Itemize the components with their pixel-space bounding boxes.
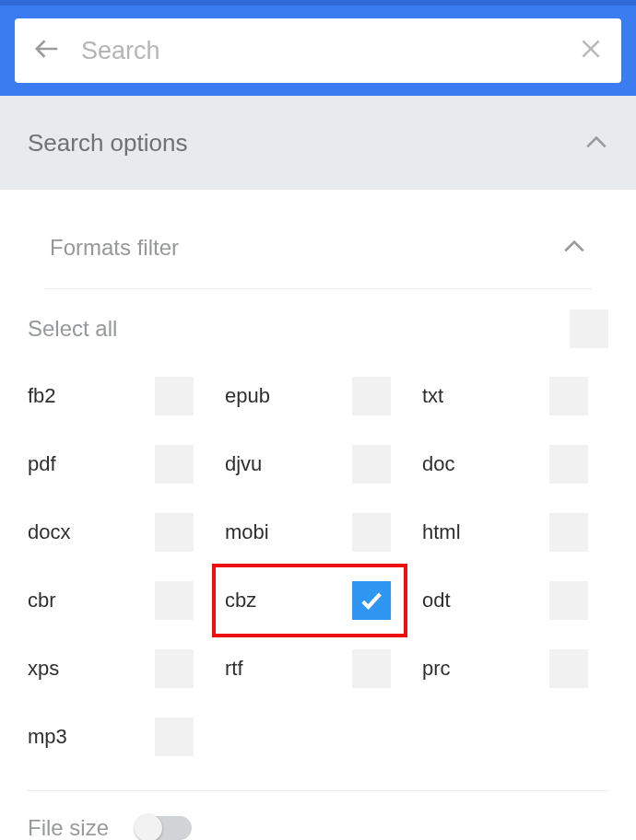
close-icon[interactable] <box>579 37 603 64</box>
chevron-up-icon <box>584 129 608 158</box>
format-checkbox-mp3[interactable] <box>155 718 194 756</box>
format-mobi: mobi <box>219 512 417 553</box>
format-checkbox-html[interactable] <box>549 513 588 552</box>
format-checkbox-fb2[interactable] <box>155 377 194 415</box>
format-checkbox-docx[interactable] <box>155 513 194 552</box>
format-cbr: cbr <box>22 580 219 621</box>
format-odt: odt <box>417 580 614 621</box>
format-doc: doc <box>417 444 614 484</box>
format-docx: docx <box>22 512 219 553</box>
formats-grid: fb2epubtxtpdfdjvudocdocxmobihtmlcbrcbzod… <box>22 376 614 774</box>
select-all-checkbox[interactable] <box>570 309 608 348</box>
format-checkbox-epub[interactable] <box>352 377 391 415</box>
format-checkbox-xps[interactable] <box>155 649 194 688</box>
back-arrow-icon[interactable] <box>33 35 61 66</box>
format-epub: epub <box>219 376 417 416</box>
formats-filter-label: Formats filter <box>50 235 179 261</box>
format-label: txt <box>422 384 443 408</box>
format-label: doc <box>422 452 454 476</box>
select-all-label: Select all <box>28 316 117 342</box>
format-rtf: rtf <box>219 648 417 689</box>
format-checkbox-doc[interactable] <box>549 445 588 484</box>
format-label: fb2 <box>28 384 56 408</box>
file-size-row: File size <box>22 791 614 840</box>
format-checkbox-cbz[interactable] <box>352 581 391 620</box>
file-size-toggle[interactable] <box>136 816 192 840</box>
format-checkbox-cbr[interactable] <box>155 581 194 620</box>
format-xps: xps <box>22 648 219 689</box>
format-label: cbz <box>225 589 256 612</box>
format-label: mp3 <box>28 725 67 749</box>
format-fb2: fb2 <box>22 376 219 416</box>
format-checkbox-odt[interactable] <box>549 581 588 620</box>
chevron-up-icon <box>562 235 586 261</box>
formats-filter-header[interactable]: Formats filter <box>44 206 592 289</box>
format-label: odt <box>422 589 451 612</box>
format-pdf: pdf <box>22 444 219 484</box>
format-label: epub <box>225 384 270 408</box>
search-options-label: Search options <box>28 129 187 158</box>
format-checkbox-rtf[interactable] <box>352 649 391 688</box>
format-label: djvu <box>225 452 262 476</box>
top-bar <box>0 0 636 96</box>
format-label: rtf <box>225 657 243 681</box>
search-options-header[interactable]: Search options <box>0 96 636 190</box>
format-label: pdf <box>28 452 56 476</box>
format-mp3: mp3 <box>22 717 219 757</box>
formats-area: Formats filter Select all fb2epubtxtpdfd… <box>0 190 636 840</box>
format-checkbox-pdf[interactable] <box>155 445 194 484</box>
format-checkbox-prc[interactable] <box>549 649 588 688</box>
format-checkbox-djvu[interactable] <box>352 445 391 484</box>
format-checkbox-mobi[interactable] <box>352 513 391 552</box>
format-label: cbr <box>28 589 56 612</box>
format-label: prc <box>422 657 451 681</box>
format-checkbox-txt[interactable] <box>549 377 588 415</box>
search-input[interactable] <box>81 37 559 65</box>
format-cbz: cbz <box>219 580 417 621</box>
format-label: mobi <box>225 520 269 544</box>
format-html: html <box>417 512 614 553</box>
toggle-knob <box>135 814 162 840</box>
search-box <box>15 18 621 83</box>
format-txt: txt <box>417 376 614 416</box>
file-size-label: File size <box>28 815 109 840</box>
format-djvu: djvu <box>219 444 417 484</box>
format-prc: prc <box>417 648 614 689</box>
format-label: xps <box>28 657 59 681</box>
format-label: html <box>422 520 461 544</box>
format-label: docx <box>28 520 70 544</box>
select-all-row: Select all <box>22 289 614 376</box>
